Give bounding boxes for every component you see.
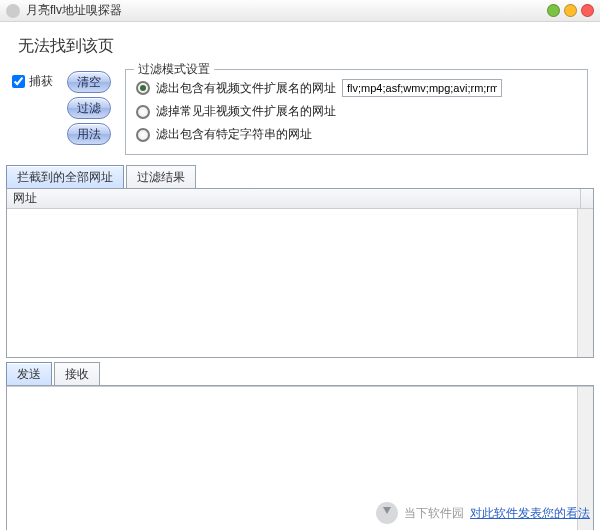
url-table-body[interactable] — [7, 209, 593, 357]
window-title: 月亮flv地址嗅探器 — [26, 2, 122, 19]
footer: 当下软件园 对此软件发表您的看法 — [376, 502, 590, 524]
clear-button[interactable]: 清空 — [67, 71, 111, 93]
tab-filter-result[interactable]: 过滤结果 — [126, 165, 196, 188]
capture-checkbox[interactable] — [12, 75, 25, 88]
filter-button[interactable]: 过滤 — [67, 97, 111, 119]
capture-label: 捕获 — [29, 73, 53, 90]
url-table-header: 网址 — [7, 189, 593, 209]
url-tabs: 拦截到的全部网址 过滤结果 — [0, 165, 600, 188]
tab-send[interactable]: 发送 — [6, 362, 52, 385]
filter-option-video-ext[interactable]: 滤出包含有视频文件扩展名的网址 — [136, 76, 577, 100]
video-ext-input[interactable] — [342, 79, 502, 97]
radio-icon[interactable] — [136, 128, 150, 142]
option-label: 滤出包含有视频文件扩展名的网址 — [156, 80, 336, 97]
radio-icon[interactable] — [136, 81, 150, 95]
filter-option-keyword[interactable]: 滤出包含有特定字符串的网址 — [136, 123, 577, 146]
vertical-scrollbar[interactable] — [577, 209, 593, 357]
window-controls — [547, 4, 594, 17]
filter-mode-group: 过滤模式设置 滤出包含有视频文件扩展名的网址 滤掉常见非视频文件扩展名的网址 滤… — [125, 69, 588, 155]
io-tabs: 发送 接收 — [0, 362, 600, 385]
column-url: 网址 — [13, 190, 37, 207]
usage-button[interactable]: 用法 — [67, 123, 111, 145]
minimize-button[interactable] — [547, 4, 560, 17]
brand-label: 当下软件园 — [404, 505, 464, 522]
option-label: 滤出包含有特定字符串的网址 — [156, 126, 312, 143]
tab-recv[interactable]: 接收 — [54, 362, 100, 385]
filter-mode-legend: 过滤模式设置 — [134, 61, 214, 78]
close-button[interactable] — [581, 4, 594, 17]
tab-all-urls[interactable]: 拦截到的全部网址 — [6, 165, 124, 188]
option-label: 滤掉常见非视频文件扩展名的网址 — [156, 103, 336, 120]
capture-toggle[interactable]: 捕获 — [12, 69, 53, 90]
maximize-button[interactable] — [564, 4, 577, 17]
title-bar: 月亮flv地址嗅探器 — [0, 0, 600, 22]
feedback-link[interactable]: 对此软件发表您的看法 — [470, 505, 590, 522]
column-separator — [580, 189, 581, 208]
filter-option-nonvideo-ext[interactable]: 滤掉常见非视频文件扩展名的网址 — [136, 100, 577, 123]
app-icon — [6, 4, 20, 18]
radio-icon[interactable] — [136, 105, 150, 119]
page-message: 无法找到该页 — [0, 22, 600, 67]
download-icon — [376, 502, 398, 524]
controls-row: 捕获 清空 过滤 用法 过滤模式设置 滤出包含有视频文件扩展名的网址 滤掉常见非… — [0, 67, 600, 161]
url-panel: 网址 — [6, 188, 594, 358]
action-buttons: 清空 过滤 用法 — [67, 69, 111, 145]
